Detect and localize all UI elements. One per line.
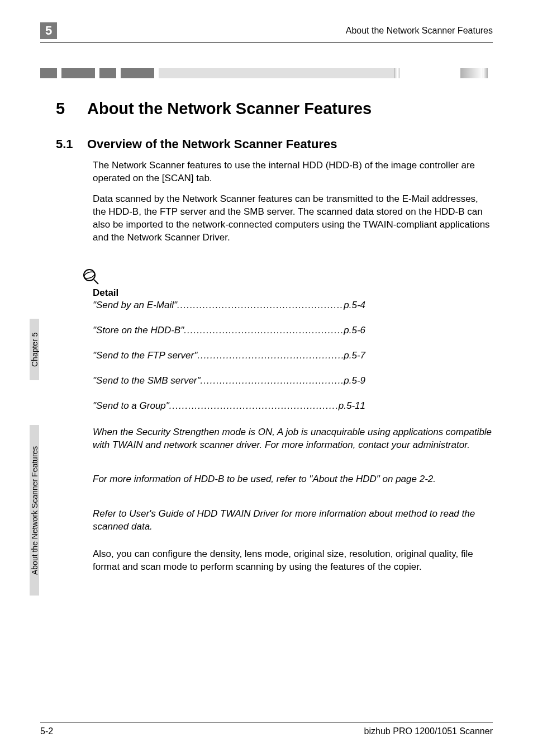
page-number-box: 5 <box>40 22 57 39</box>
detail-item-5-page: p.5-11 <box>339 400 365 412</box>
paragraph-2: Data scanned by the Network Scanner feat… <box>93 193 493 244</box>
detail-item-3-page: p.5-7 <box>344 350 365 361</box>
svg-line-2 <box>94 280 98 284</box>
detail-item-4: "Send to the SMB server" ...............… <box>93 375 365 386</box>
detail-item-3: "Send to the FTP server" ...............… <box>93 350 365 361</box>
header-divider <box>40 42 493 43</box>
detail-item-4-label: "Send to the SMB server" <box>93 375 201 386</box>
chapter-number: 5 <box>56 100 87 118</box>
footer-page-number: 5-2 <box>40 726 53 736</box>
running-header: About the Network Scanner Features <box>346 26 493 36</box>
sidebar-tab-chapter: Chapter 5 <box>30 319 39 380</box>
leader-dots: ........................................… <box>184 325 344 336</box>
chapter-title-text: About the Network Scanner Features <box>87 100 372 117</box>
section-number: 5.1 <box>56 137 87 152</box>
leader-dots: ........................................… <box>169 400 339 412</box>
paragraph-1: The Network Scanner features to use the … <box>93 159 493 185</box>
italic-paragraph-3: Refer to User's Guide of HDD TWAIN Drive… <box>93 508 493 533</box>
detail-item-1-page: p.5-4 <box>344 300 365 311</box>
leader-dots: ........................................… <box>177 300 344 311</box>
detail-item-4-page: p.5-9 <box>344 375 365 386</box>
magnifier-icon <box>82 267 101 286</box>
italic-paragraph-1: When the Security Strengthen mode is ON,… <box>93 426 493 452</box>
detail-label: Detail <box>93 287 118 299</box>
leader-dots: ........................................… <box>201 375 344 386</box>
svg-point-0 <box>84 270 95 281</box>
detail-item-5-label: "Send to a Group" <box>93 400 169 412</box>
sidebar-tab-section: About the Network Scanner Features <box>30 425 39 596</box>
detail-item-2-page: p.5-6 <box>344 325 365 336</box>
footer-divider <box>40 722 493 722</box>
leader-dots: ........................................… <box>197 350 344 361</box>
detail-item-3-label: "Send to the FTP server" <box>93 350 197 361</box>
section-heading: 5.1Overview of the Network Scanner Featu… <box>56 137 493 152</box>
detail-item-1-label: "Send by an E-Mail" <box>93 300 177 311</box>
detail-item-2: "Store on the HDD-B" ...................… <box>93 325 365 336</box>
footer-product-name: bizhub PRO 1200/1051 Scanner <box>364 726 493 736</box>
paragraph-3: Also, you can configure the density, len… <box>93 548 493 574</box>
italic-paragraph-2: For more information of HDD-B to be used… <box>93 473 493 486</box>
section-title-text: Overview of the Network Scanner Features <box>87 137 337 151</box>
detail-item-1: "Send by an E-Mail" ....................… <box>93 300 365 311</box>
detail-item-5: "Send to a Group" ......................… <box>93 400 365 412</box>
detail-item-2-label: "Store on the HDD-B" <box>93 325 184 336</box>
chapter-heading: 5About the Network Scanner Features <box>56 100 493 118</box>
decorative-bar <box>40 68 493 78</box>
